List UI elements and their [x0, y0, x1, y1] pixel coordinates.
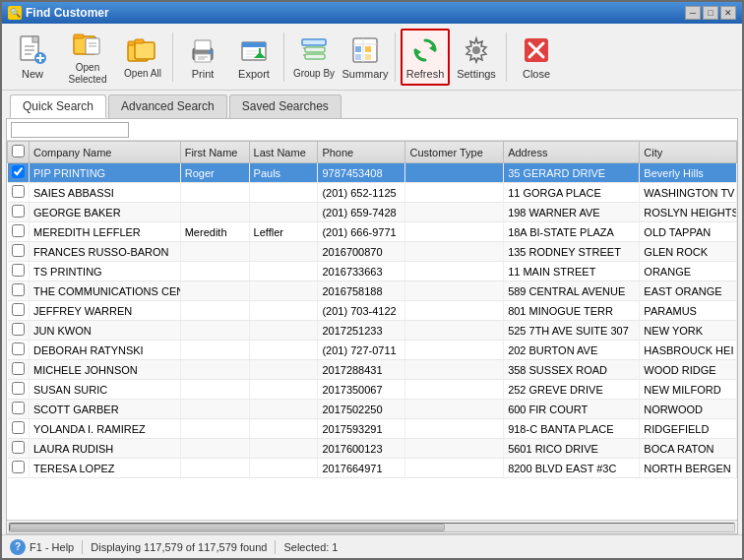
open-selected-button[interactable]: Open Selected — [59, 29, 116, 86]
col-header-custtype[interactable]: Customer Type — [405, 142, 504, 163]
row-checkbox[interactable] — [12, 165, 25, 178]
col-header-address[interactable]: Address — [504, 142, 640, 163]
row-checkbox-cell[interactable] — [8, 222, 30, 242]
row-checkbox[interactable] — [12, 303, 25, 316]
row-checkbox[interactable] — [12, 441, 25, 454]
table-row[interactable]: TERESA LOPEZ20176649718200 BLVD EAST #3C… — [8, 459, 737, 478]
table-row[interactable]: SUSAN SURIC2017350067252 GREVE DRIVENEW … — [8, 380, 737, 400]
row-checkbox[interactable] — [12, 342, 25, 355]
summary-button[interactable]: Summary — [341, 29, 390, 86]
close-button[interactable]: Close — [512, 29, 561, 86]
cell-phone: 2016758188 — [318, 281, 405, 301]
cell-address: 198 WARNER AVE — [504, 203, 640, 222]
print-button[interactable]: Print — [178, 29, 227, 86]
settings-button[interactable]: Settings — [452, 29, 501, 86]
cell-address: 252 GREVE DRIVE — [504, 380, 640, 400]
cell-firstname — [180, 341, 249, 360]
row-checkbox-cell[interactable] — [8, 321, 30, 341]
cell-address: 18A BI-STATE PLAZA — [504, 222, 640, 242]
row-checkbox-cell[interactable] — [8, 439, 30, 459]
row-checkbox-cell[interactable] — [8, 262, 30, 281]
row-checkbox-cell[interactable] — [8, 203, 30, 222]
scrollbar-track[interactable] — [9, 523, 735, 532]
table-row[interactable]: SAIES ABBASSI(201) 652-112511 GORGA PLAC… — [8, 183, 737, 203]
col-header-checkbox[interactable] — [8, 142, 30, 163]
new-button[interactable]: New — [8, 29, 57, 86]
row-checkbox[interactable] — [12, 244, 25, 257]
table-row[interactable]: LAURA RUDISH20176001235601 RICO DRIVEBOC… — [8, 439, 737, 459]
refresh-button[interactable]: Refresh — [401, 29, 450, 86]
row-checkbox-cell[interactable] — [8, 459, 30, 478]
table-row[interactable]: PIP PRINTINGRogerPauls978745340835 GERAR… — [8, 163, 737, 183]
row-checkbox[interactable] — [12, 362, 25, 375]
cell-company: JEFFREY WARREN — [30, 301, 181, 321]
horizontal-scrollbar[interactable] — [7, 520, 737, 533]
close-window-button[interactable]: ✕ — [720, 6, 736, 20]
tab-advanced-search[interactable]: Advanced Search — [108, 94, 227, 118]
row-checkbox[interactable] — [12, 264, 25, 277]
select-all-checkbox[interactable] — [12, 145, 25, 157]
row-checkbox-cell[interactable] — [8, 419, 30, 439]
row-checkbox-cell[interactable] — [8, 400, 30, 419]
row-checkbox[interactable] — [12, 185, 25, 198]
title-bar: 🔍 Find Customer ─ □ ✕ — [2, 2, 742, 24]
row-checkbox-cell[interactable] — [8, 281, 30, 301]
table-scroll[interactable]: Company Name First Name Last Name Phone … — [7, 141, 737, 520]
tab-quick-search[interactable]: Quick Search — [10, 94, 106, 118]
cell-city: HASBROUCK HEI — [640, 341, 737, 360]
group-by-button[interactable]: Group By — [289, 29, 339, 86]
cell-company: MICHELE JOHNSON — [30, 360, 181, 380]
toolbar: New Open Selected — [2, 24, 742, 91]
cell-custtype — [405, 360, 504, 380]
help-label: F1 - Help — [30, 541, 74, 553]
row-checkbox-cell[interactable] — [8, 380, 30, 400]
table-row[interactable]: SCOTT GARBER2017502250600 FIR COURTNORWO… — [8, 400, 737, 419]
group-by-icon — [298, 34, 330, 66]
tab-saved-searches[interactable]: Saved Searches — [229, 94, 341, 118]
minimize-button[interactable]: ─ — [685, 6, 701, 20]
row-checkbox[interactable] — [12, 402, 25, 414]
table-row[interactable]: FRANCES RUSSO-BARON2016700870135 RODNEY … — [8, 242, 737, 262]
table-row[interactable]: MEREDITH LEFFLERMeredithLeffler(201) 666… — [8, 222, 737, 242]
row-checkbox[interactable] — [12, 421, 25, 434]
cell-phone: (201) 666-9771 — [318, 222, 405, 242]
row-checkbox[interactable] — [12, 283, 25, 296]
tabs-row: Quick Search Advanced Search Saved Searc… — [2, 91, 742, 118]
cell-company: YOLANDA I. RAMIREZ — [30, 419, 181, 439]
table-row[interactable]: DEBORAH RATYNSKI(201) 727-0711202 BURTON… — [8, 341, 737, 360]
row-checkbox-cell[interactable] — [8, 360, 30, 380]
table-row[interactable]: TS PRINTING201673366311 MAIN STREETORANG… — [8, 262, 737, 281]
table-row[interactable]: THE COMMUNICATIONS CENTER2016758188589 C… — [8, 281, 737, 301]
cell-phone: (201) 652-1125 — [318, 183, 405, 203]
cell-phone: 2017288431 — [318, 360, 405, 380]
row-checkbox-cell[interactable] — [8, 341, 30, 360]
row-checkbox-cell[interactable] — [8, 242, 30, 262]
row-checkbox[interactable] — [12, 224, 25, 237]
search-input[interactable] — [11, 122, 129, 138]
export-button[interactable]: Export — [229, 29, 279, 86]
table-row[interactable]: GEORGE BAKER(201) 659-7428198 WARNER AVE… — [8, 203, 737, 222]
row-checkbox[interactable] — [12, 461, 25, 473]
table-row[interactable]: JEFFREY WARREN(201) 703-4122801 MINOGUE … — [8, 301, 737, 321]
col-header-company[interactable]: Company Name — [30, 142, 181, 163]
row-checkbox[interactable] — [12, 323, 25, 336]
cell-firstname — [180, 183, 249, 203]
col-header-firstname[interactable]: First Name — [180, 142, 249, 163]
col-header-phone[interactable]: Phone — [318, 142, 405, 163]
cell-address: 525 7TH AVE SUITE 307 — [504, 321, 640, 341]
cell-company: DEBORAH RATYNSKI — [30, 341, 181, 360]
row-checkbox[interactable] — [12, 382, 25, 395]
row-checkbox[interactable] — [12, 205, 25, 218]
close-icon — [521, 34, 552, 66]
table-row[interactable]: JUN KWON2017251233525 7TH AVE SUITE 307N… — [8, 321, 737, 341]
table-row[interactable]: YOLANDA I. RAMIREZ2017593291918-C BANTA … — [8, 419, 737, 439]
col-header-city[interactable]: City — [640, 142, 737, 163]
maximize-button[interactable]: □ — [703, 6, 718, 20]
row-checkbox-cell[interactable] — [8, 183, 30, 203]
row-checkbox-cell[interactable] — [8, 301, 30, 321]
table-row[interactable]: MICHELE JOHNSON2017288431358 SUSSEX ROAD… — [8, 360, 737, 380]
row-checkbox-cell[interactable] — [8, 163, 30, 183]
scrollbar-thumb[interactable] — [10, 524, 445, 531]
col-header-lastname[interactable]: Last Name — [249, 142, 318, 163]
open-all-button[interactable]: Open All — [118, 29, 167, 86]
